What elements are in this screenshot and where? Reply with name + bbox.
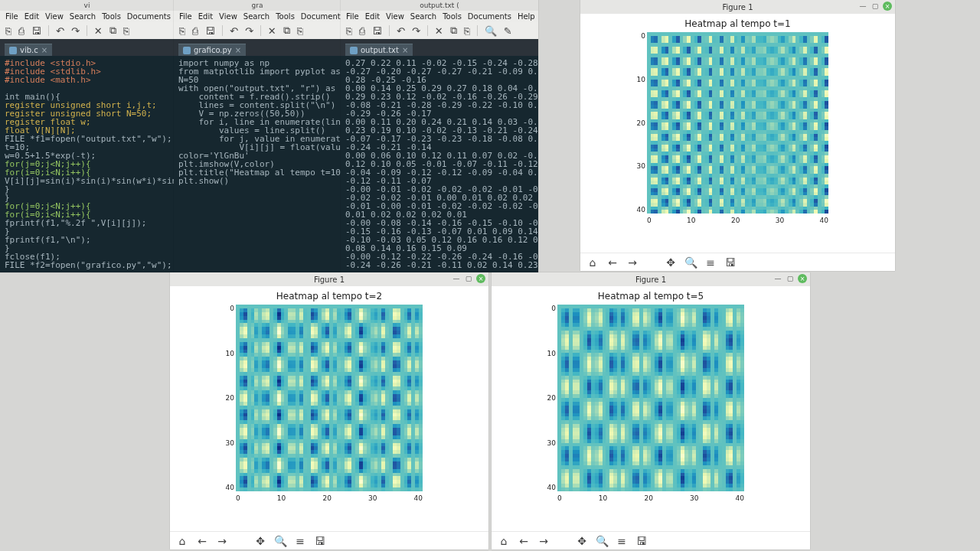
figure-nav-toolbar[interactable]: ⌂←→✥🔍≡🖫 (170, 531, 488, 549)
toolbar-button[interactable]: ⎘ (346, 25, 352, 37)
editor-menubar[interactable]: FileEditViewSearchToolsDocumentsHelp (341, 11, 538, 22)
menu-search[interactable]: Search (408, 11, 439, 22)
minimize-icon[interactable]: — (773, 274, 782, 283)
menu-documents[interactable]: Documents (299, 11, 347, 22)
maximize-icon[interactable]: ▢ (786, 274, 795, 283)
figure-titlebar[interactable]: Figure 1 — ▢ × (492, 272, 810, 286)
menu-documents[interactable]: Documents (125, 11, 173, 22)
editor-toolbar[interactable]: ⎘⎙🖫↶↷✕⧉⎘ (174, 22, 341, 39)
toolbar-button[interactable]: ✕ (268, 25, 276, 37)
toolbar-button[interactable]: ⎘ (123, 25, 129, 37)
toolbar-button[interactable]: ⧉ (109, 24, 116, 37)
configure-icon[interactable]: ≡ (616, 535, 628, 547)
toolbar-button[interactable]: ✎ (504, 25, 512, 37)
zoom-icon[interactable]: 🔍 (596, 535, 608, 547)
menu-view[interactable]: View (217, 11, 240, 22)
editor-menubar[interactable]: FileEditViewSearchToolsDocumentsHe (174, 11, 341, 22)
toolbar-button[interactable]: ⎘ (5, 25, 11, 37)
forward-icon[interactable]: → (537, 535, 550, 547)
minimize-icon[interactable]: — (452, 274, 461, 283)
editor-menubar[interactable]: FileEditViewSearchToolsDocumentsHel (0, 11, 174, 22)
editor-code-area[interactable]: #include <stdio.h> #include <stdlib.h> #… (0, 56, 174, 272)
figure-titlebar[interactable]: Figure 1 — ▢ × (170, 272, 488, 286)
menu-search[interactable]: Search (241, 11, 272, 22)
configure-icon[interactable]: ≡ (294, 535, 306, 547)
menu-tools[interactable]: Tools (273, 11, 297, 22)
back-icon[interactable]: ← (196, 535, 208, 547)
editor-code-area[interactable]: 0.27 0.22 0.11 -0.02 -0.15 -0.24 -0.28 -… (341, 56, 538, 272)
minimize-icon[interactable]: — (858, 2, 867, 11)
toolbar-button[interactable]: ⎙ (18, 25, 24, 37)
menu-view[interactable]: View (384, 11, 407, 22)
toolbar-button[interactable]: ✕ (94, 25, 103, 37)
close-icon[interactable]: × (883, 2, 892, 11)
maximize-icon[interactable]: ▢ (464, 274, 473, 283)
figure-nav-toolbar[interactable]: ⌂←→✥🔍≡🖫 (492, 531, 810, 549)
forward-icon[interactable]: → (216, 535, 228, 547)
toolbar-button[interactable]: ↷ (412, 25, 420, 37)
toolbar-button[interactable]: ⎙ (359, 25, 365, 37)
menu-view[interactable]: View (43, 11, 66, 22)
configure-icon[interactable]: ≡ (704, 256, 717, 269)
editor-toolbar[interactable]: ⎘⎙🖫↶↷✕⧉⎘ (0, 22, 174, 39)
toolbar-button[interactable]: ⎘ (179, 25, 185, 37)
close-icon[interactable]: × (402, 46, 408, 54)
toolbar-button[interactable]: 🔍 (485, 25, 497, 37)
close-icon[interactable]: × (41, 46, 47, 54)
toolbar-button[interactable]: 🖫 (31, 25, 41, 37)
toolbar-button[interactable]: ↶ (56, 25, 64, 37)
save-icon[interactable]: 🖫 (724, 256, 737, 269)
maximize-icon[interactable]: ▢ (871, 2, 880, 11)
pan-icon[interactable]: ✥ (576, 535, 588, 547)
toolbar-button[interactable]: ⎘ (297, 25, 303, 37)
menu-file[interactable]: File (344, 11, 361, 22)
editor-code-area[interactable]: import numpy as np from matplotlib impor… (174, 56, 341, 272)
save-icon[interactable]: 🖫 (635, 535, 648, 547)
menu-edit[interactable]: Edit (196, 11, 215, 22)
back-icon[interactable]: ← (518, 535, 530, 547)
menu-file[interactable]: File (177, 11, 194, 22)
menu-search[interactable]: Search (67, 11, 98, 22)
menu-edit[interactable]: Edit (363, 11, 382, 22)
back-icon[interactable]: ← (606, 256, 619, 269)
zoom-icon[interactable]: 🔍 (684, 256, 697, 269)
menu-edit[interactable]: Edit (22, 11, 41, 22)
menu-file[interactable]: File (3, 11, 21, 22)
toolbar-button[interactable]: 🖫 (205, 25, 215, 37)
figure-titlebar[interactable]: Figure 1 — ▢ × (580, 0, 895, 14)
home-icon[interactable]: ⌂ (586, 256, 599, 269)
toolbar-button[interactable]: ⎙ (192, 25, 198, 37)
figure-nav-toolbar[interactable]: ⌂←→✥🔍≡🖫 (580, 253, 895, 271)
editor-tabbar[interactable]: vib.c× (0, 39, 174, 56)
pan-icon[interactable]: ✥ (254, 535, 266, 547)
home-icon[interactable]: ⌂ (176, 535, 188, 547)
close-icon[interactable]: × (798, 274, 807, 283)
file-tab[interactable]: grafico.py× (178, 44, 246, 56)
toolbar-button[interactable]: ↷ (71, 25, 80, 37)
toolbar-button[interactable]: ⧉ (283, 24, 290, 37)
file-tab[interactable]: output.txt× (345, 44, 413, 56)
toolbar-button[interactable]: ↶ (230, 25, 238, 37)
editor-tabbar[interactable]: output.txt× (341, 39, 538, 56)
forward-icon[interactable]: → (626, 256, 639, 269)
editor-toolbar[interactable]: ⎘⎙🖫↶↷✕⧉⎘🔍✎ (341, 22, 538, 39)
close-icon[interactable]: × (235, 46, 241, 54)
menu-help[interactable]: Help (515, 11, 537, 22)
save-icon[interactable]: 🖫 (314, 535, 326, 547)
file-tab[interactable]: vib.c× (5, 44, 52, 56)
pan-icon[interactable]: ✥ (665, 256, 677, 269)
menu-documents[interactable]: Documents (466, 11, 514, 22)
toolbar-button[interactable]: ⧉ (450, 24, 457, 37)
home-icon[interactable]: ⌂ (498, 535, 510, 547)
toolbar-button[interactable]: ⎘ (464, 25, 470, 37)
menu-tools[interactable]: Tools (100, 11, 123, 22)
tick-label: 10 (599, 494, 607, 502)
close-icon[interactable]: × (476, 274, 485, 283)
toolbar-button[interactable]: ↷ (245, 25, 253, 37)
toolbar-button[interactable]: ↶ (397, 25, 405, 37)
editor-tabbar[interactable]: grafico.py× (174, 39, 341, 56)
toolbar-button[interactable]: ✕ (435, 25, 443, 37)
zoom-icon[interactable]: 🔍 (274, 535, 286, 547)
menu-tools[interactable]: Tools (440, 11, 464, 22)
toolbar-button[interactable]: 🖫 (372, 25, 382, 37)
